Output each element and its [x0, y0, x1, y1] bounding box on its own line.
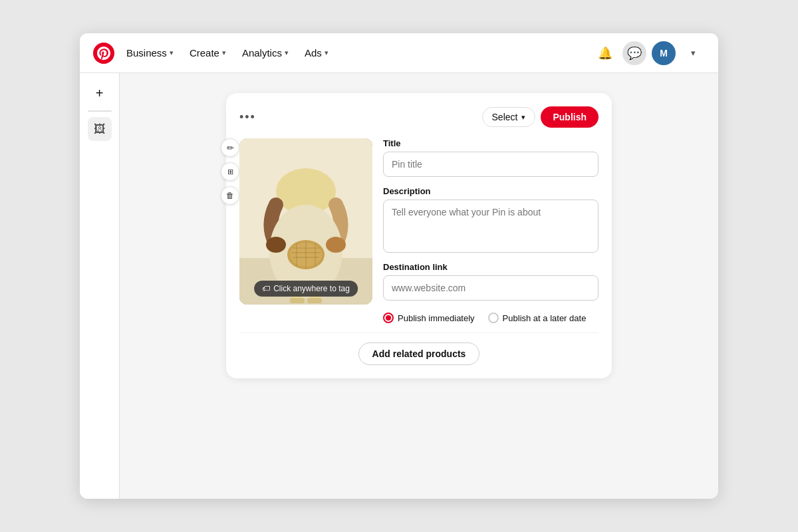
svg-rect-17	[290, 298, 305, 303]
pin-form: Title Description Destination link	[383, 138, 598, 323]
publish-button[interactable]: Publish	[541, 106, 598, 128]
plus-icon: +	[96, 86, 104, 101]
left-sidebar: + 🖼	[80, 73, 120, 499]
tag-icon: 🏷	[262, 284, 270, 293]
pin-image-background	[239, 138, 372, 305]
svg-point-5	[266, 237, 286, 253]
grid-tool-button[interactable]: ⊞	[221, 162, 239, 181]
title-input[interactable]	[383, 152, 598, 177]
image-sidebar-button[interactable]: 🖼	[88, 117, 112, 141]
messages-button[interactable]: 💬	[622, 41, 646, 65]
destination-form-group: Destination link	[383, 262, 598, 301]
account-chevron-icon: ▾	[691, 48, 696, 58]
ads-chevron-icon: ▾	[325, 49, 329, 57]
add-related-products-button[interactable]: Add related products	[358, 342, 480, 365]
click-to-tag-badge[interactable]: 🏷 Click anywhere to tag	[254, 281, 358, 297]
pin-creation-card: ••• Select ▾ Publish	[226, 93, 612, 378]
title-form-group: Title	[383, 138, 598, 177]
nav-analytics[interactable]: Analytics ▾	[235, 43, 295, 63]
pin-image-area: ✏ ⊞ 🗑	[239, 138, 372, 323]
destination-input[interactable]	[383, 275, 598, 301]
select-chevron-icon: ▾	[521, 113, 525, 122]
pin-more-options[interactable]: •••	[239, 110, 256, 124]
main-area: + 🖼 ••• Select ▾ Publish	[80, 73, 718, 499]
sidebar-divider	[88, 110, 112, 112]
svg-point-6	[326, 237, 346, 253]
image-icon: 🖼	[94, 122, 106, 136]
trash-icon: 🗑	[226, 191, 234, 200]
edit-tool-button[interactable]: ✏	[221, 138, 239, 157]
publish-later-radio[interactable]	[488, 313, 499, 323]
pin-image-svg	[239, 138, 372, 305]
pin-card-header: ••• Select ▾ Publish	[239, 106, 598, 128]
title-label: Title	[383, 138, 598, 148]
account-chevron-button[interactable]: ▾	[681, 41, 705, 65]
svg-rect-18	[307, 298, 322, 303]
publish-later-option[interactable]: Publish at a later date	[488, 313, 587, 323]
pin-header-actions: Select ▾ Publish	[482, 106, 598, 128]
publish-immediately-option[interactable]: Publish immediately	[383, 313, 475, 323]
analytics-chevron-icon: ▾	[285, 49, 289, 57]
pencil-icon: ✏	[227, 143, 234, 153]
board-select-dropdown[interactable]: Select ▾	[482, 107, 536, 127]
nav-create[interactable]: Create ▾	[183, 43, 233, 63]
navbar: Business ▾ Create ▾ Analytics ▾ Ads ▾ 🔔 …	[80, 33, 718, 73]
chat-icon: 💬	[627, 46, 642, 61]
nav-right-icons: 🔔 💬 M ▾	[593, 41, 705, 65]
pin-image[interactable]: 🏷 Click anywhere to tag	[239, 138, 372, 305]
pin-body: ✏ ⊞ 🗑	[239, 138, 598, 323]
add-pin-button[interactable]: +	[88, 81, 112, 105]
user-avatar[interactable]: M	[652, 41, 676, 65]
publish-options: Publish immediately Publish at a later d…	[383, 313, 598, 323]
notification-button[interactable]: 🔔	[593, 41, 617, 65]
description-label: Description	[383, 186, 598, 196]
destination-label: Destination link	[383, 262, 598, 272]
browser-window: Business ▾ Create ▾ Analytics ▾ Ads ▾ 🔔 …	[80, 33, 718, 499]
description-textarea[interactable]	[383, 200, 598, 253]
nav-business[interactable]: Business ▾	[120, 43, 180, 63]
create-chevron-icon: ▾	[222, 49, 226, 57]
business-chevron-icon: ▾	[170, 49, 174, 57]
delete-tool-button[interactable]: 🗑	[221, 186, 239, 205]
add-products-section: Add related products	[239, 332, 598, 365]
pinterest-logo	[93, 43, 114, 64]
publish-immediately-radio[interactable]	[383, 313, 394, 323]
description-form-group: Description	[383, 186, 598, 253]
main-content: ••• Select ▾ Publish	[120, 73, 718, 499]
pin-tools: ✏ ⊞ 🗑	[221, 138, 239, 205]
grid-icon: ⊞	[227, 168, 233, 176]
svg-point-0	[93, 43, 114, 64]
bell-icon: 🔔	[598, 46, 612, 61]
nav-ads[interactable]: Ads ▾	[298, 43, 335, 63]
